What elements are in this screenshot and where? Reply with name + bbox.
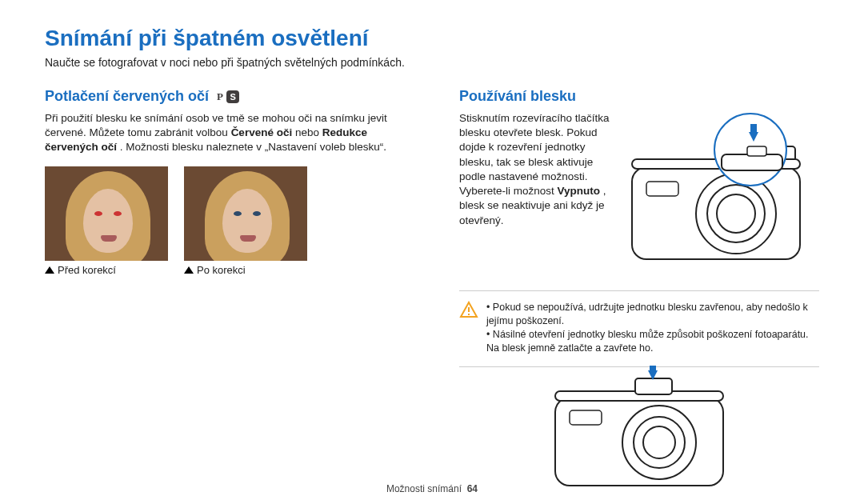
svg-rect-19 — [635, 378, 672, 394]
close-arrow-icon — [648, 366, 658, 380]
svg-rect-9 — [722, 154, 782, 170]
photo-before-block: Před korekcí — [45, 166, 168, 276]
content-columns: Potlačení červených očí P S Při použití … — [45, 88, 819, 494]
footer-page-number: 64 — [467, 483, 478, 494]
flash-heading: Používání blesku — [459, 88, 819, 105]
mode-p-icon: P — [217, 90, 223, 103]
redeye-text-mid: nebo — [295, 126, 322, 138]
page-title: Snímání při špatném osvětlení — [45, 26, 819, 51]
warning-icon — [459, 301, 478, 355]
redeye-paragraph: Při použití blesku ke snímání osob ve tm… — [45, 111, 421, 155]
flash-paragraph: Stisknutím rozevíracího tlačítka blesku … — [459, 111, 611, 260]
page-subtitle: Naučte se fotografovat v noci nebo při š… — [45, 56, 819, 69]
svg-rect-11 — [468, 307, 470, 312]
column-flash: Používání blesku Stisknutím rozevíracího… — [459, 88, 819, 494]
caption-after: Po korekci — [184, 264, 307, 276]
caution-list: Pokud se nepoužívá, udržujte jednotku bl… — [486, 301, 819, 355]
footer-section: Možnosti snímání — [386, 483, 462, 494]
caution-box: Pokud se nepoužívá, udržujte jednotku bl… — [459, 290, 819, 367]
camera-close-illustration — [547, 374, 731, 494]
caution-item-2: Násilné otevření jednotky blesku může zp… — [486, 328, 819, 355]
redeye-heading-text: Potlačení červených očí — [45, 88, 209, 105]
svg-rect-12 — [468, 314, 470, 315]
svg-point-16 — [643, 426, 675, 458]
svg-rect-17 — [570, 410, 602, 425]
caption-after-text: Po korekci — [197, 264, 246, 276]
mode-s-icon: S — [226, 90, 239, 103]
svg-point-3 — [717, 194, 755, 233]
flash-bold: Vypnuto — [558, 185, 601, 197]
redeye-heading: Potlačení červených očí P S — [45, 88, 421, 105]
triangle-icon — [184, 266, 194, 274]
photo-after — [184, 166, 307, 261]
caption-before-text: Před korekcí — [58, 264, 116, 276]
triangle-icon — [45, 266, 54, 274]
photo-row: Před korekcí Po korekci — [45, 166, 421, 276]
redeye-text-b: . Možnosti blesku naleznete v „Nastavení… — [120, 141, 386, 153]
photo-before — [45, 166, 168, 261]
redeye-bold-1: Červené oči — [231, 126, 293, 138]
svg-rect-4 — [646, 182, 678, 196]
column-redeye: Potlačení červených očí P S Při použití … — [45, 88, 421, 494]
press-arrow-icon — [749, 124, 758, 142]
mode-badge: P S — [217, 90, 239, 103]
camera-close-svg — [547, 374, 731, 494]
flash-heading-text: Používání blesku — [459, 88, 576, 105]
flash-callout-circle — [714, 113, 787, 186]
caution-item-1: Pokud se nepoužívá, udržujte jednotku bl… — [486, 301, 819, 328]
page-footer: Možnosti snímání 64 — [0, 483, 864, 494]
caption-before: Před korekcí — [45, 264, 168, 276]
photo-after-block: Po korekci — [184, 166, 307, 276]
svg-rect-10 — [747, 146, 766, 156]
camera-open-illustration — [624, 111, 808, 271]
